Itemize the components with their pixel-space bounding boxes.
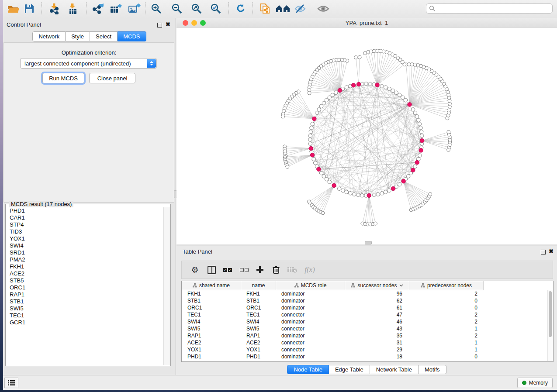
graph-node[interactable]	[387, 189, 391, 192]
graph-node[interactable]	[286, 165, 289, 168]
select-all-icon[interactable]: ✓✓	[221, 261, 234, 279]
table-row[interactable]: PHD1PHD1dominator180	[182, 353, 548, 360]
search-input[interactable]	[436, 5, 550, 12]
table-row[interactable]: SWI5SWI5connector431	[182, 325, 548, 332]
graph-hub-node[interactable]	[356, 82, 361, 86]
graph-node[interactable]	[308, 134, 312, 138]
graph-node[interactable]	[407, 175, 410, 178]
graph-node[interactable]	[321, 211, 325, 215]
graph-hub-node[interactable]	[391, 186, 395, 191]
table-scrollbar[interactable]	[547, 290, 553, 361]
tab-edge-table[interactable]: Edge Table	[329, 365, 370, 374]
graph-node[interactable]	[394, 91, 398, 94]
graph-node[interactable]	[387, 87, 391, 90]
graph-node[interactable]	[420, 134, 424, 138]
graph-node[interactable]	[368, 82, 372, 86]
settings-gear-icon[interactable]: ⚙	[188, 261, 201, 279]
graph-node[interactable]	[319, 104, 323, 108]
graph-node[interactable]	[313, 161, 317, 165]
graph-node[interactable]	[356, 193, 360, 197]
refresh-view-icon[interactable]	[233, 2, 248, 16]
mcds-result-item[interactable]: CAR1	[6, 214, 164, 221]
graph-node[interactable]	[391, 89, 394, 93]
table-row[interactable]: RAP1RAP1dominator352	[182, 332, 548, 339]
float-panel-icon[interactable]	[541, 250, 546, 254]
open-file-icon[interactable]	[6, 2, 21, 16]
graph-node[interactable]	[331, 93, 334, 96]
graph-node[interactable]	[309, 130, 312, 134]
zoom-selected-icon[interactable]	[208, 2, 223, 16]
mcds-result-list[interactable]: PHD1CAR1STP4TID3YOX1SWI4SRD1PMA2FKH1ACE2…	[6, 207, 164, 365]
mcds-result-item[interactable]: TID3	[6, 228, 164, 235]
graph-node[interactable]	[363, 52, 367, 55]
mcds-result-item[interactable]: FKH1	[6, 263, 164, 270]
graph-node[interactable]	[317, 108, 321, 111]
graph-node[interactable]	[384, 190, 387, 194]
column-header[interactable]: shared name	[182, 281, 241, 290]
graph-node[interactable]	[322, 101, 325, 105]
graph-node[interactable]	[345, 86, 348, 89]
export-table-icon[interactable]	[108, 2, 123, 16]
tab-motifs[interactable]: Motifs	[419, 365, 446, 374]
mcds-result-item[interactable]: STB5	[6, 277, 164, 284]
tab-style[interactable]: Style	[66, 31, 90, 41]
mcds-result-item[interactable]: ORC1	[6, 284, 164, 291]
export-image-icon[interactable]	[127, 2, 142, 16]
mcds-result-item[interactable]: SRD1	[6, 249, 164, 256]
graph-node[interactable]	[310, 126, 313, 130]
mcds-result-item[interactable]: ACE2	[6, 270, 164, 277]
tab-mcds[interactable]: MCDS	[118, 31, 146, 41]
graph-node[interactable]	[404, 98, 407, 102]
graph-node[interactable]	[328, 96, 331, 99]
optimization-criterion-select[interactable]: largest connected component (undirected)	[20, 58, 157, 69]
delete-table-icon[interactable]	[286, 261, 299, 279]
graph-node[interactable]	[308, 142, 312, 145]
graph-node[interactable]	[311, 122, 314, 126]
table-row[interactable]: SWI4SWI4dominator462	[182, 318, 548, 325]
float-panel-icon[interactable]	[157, 23, 162, 28]
zoom-fit-icon[interactable]	[189, 2, 204, 16]
graph-node[interactable]	[308, 91, 311, 95]
column-header[interactable]: successor nodes	[345, 281, 409, 290]
close-panel-icon[interactable]: ✖	[549, 248, 554, 254]
close-panel-icon[interactable]: ✖	[166, 21, 170, 28]
delete-column-icon[interactable]	[270, 261, 283, 279]
tab-network[interactable]: Network	[32, 31, 66, 41]
mcds-result-item[interactable]: TEC1	[6, 312, 164, 319]
graph-hub-node[interactable]	[375, 83, 380, 87]
split-pane-grip[interactable]	[365, 241, 372, 244]
graph-node[interactable]	[308, 138, 312, 141]
graph-hub-node[interactable]	[351, 83, 356, 88]
graph-node[interactable]	[412, 108, 415, 111]
show-all-icon[interactable]	[316, 2, 331, 16]
graph-node[interactable]	[401, 96, 405, 99]
column-header[interactable]: name	[241, 281, 276, 290]
houses-icon[interactable]	[276, 2, 291, 16]
table-row[interactable]: ORC1ORC1dominator610	[182, 304, 548, 311]
import-network-icon[interactable]	[47, 2, 62, 16]
graph-node[interactable]	[325, 98, 328, 102]
graph-node[interactable]	[398, 182, 401, 186]
graph-node[interactable]	[360, 194, 364, 197]
graph-hub-node[interactable]	[420, 138, 424, 143]
graph-node[interactable]	[349, 192, 352, 195]
show-columns-icon[interactable]	[205, 261, 218, 279]
graph-hub-node[interactable]	[419, 148, 423, 153]
graph-node[interactable]	[325, 177, 328, 181]
graph-node[interactable]	[418, 122, 422, 126]
graph-node[interactable]	[338, 187, 341, 190]
column-header[interactable]: MCDS role	[276, 281, 345, 290]
mcds-result-item[interactable]: PHD1	[6, 207, 164, 214]
mcds-result-item[interactable]: STB1	[6, 298, 164, 305]
close-panel-button[interactable]: Close panel	[89, 73, 135, 83]
graph-hub-node[interactable]	[411, 168, 415, 172]
mcds-result-item[interactable]: GCR1	[6, 319, 164, 326]
table-row[interactable]: TEC1TEC1connector472	[182, 311, 548, 318]
graph-hub-node[interactable]	[408, 103, 412, 107]
run-mcds-button[interactable]: Run MCDS	[42, 73, 84, 83]
graph-node[interactable]	[398, 93, 401, 96]
graph-node[interactable]	[413, 111, 417, 115]
graph-node[interactable]	[358, 55, 361, 59]
mcds-result-item[interactable]: STP4	[6, 221, 164, 228]
function-builder-icon[interactable]: f(x)	[303, 261, 316, 279]
